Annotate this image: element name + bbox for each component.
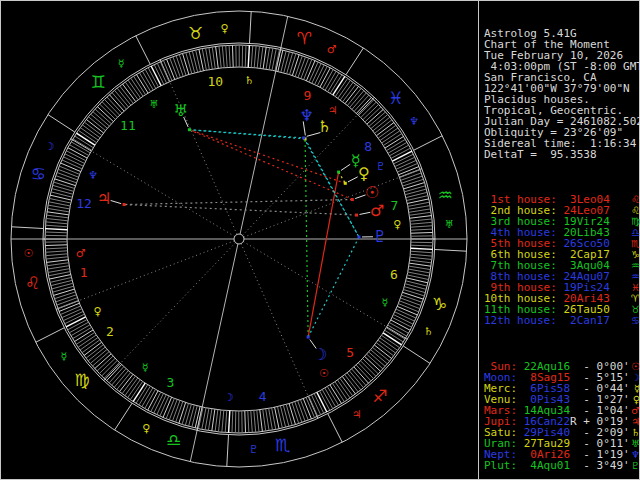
sign-icon: ♈	[631, 293, 640, 304]
planet-velocity: - 3°49'	[577, 459, 630, 472]
sign-icon: ♋	[631, 315, 640, 326]
sign-icon: ♓	[631, 282, 640, 293]
sign-icon: ♒	[631, 260, 640, 271]
house-label: 12th house:	[484, 314, 563, 327]
sign-icon: ♍	[631, 216, 640, 227]
header-text: DeltaT = 95.3538	[484, 148, 597, 161]
astrolog-screen: ♈♂♉♀♊☿♋☽♌☉♍☿♎♀♏♇♐♃♑♄♒♅♓♆1♂2♀3☿4☽5☉6☿7♀8♇…	[0, 0, 640, 480]
chart-header: Astrolog 5.41GChart of the MomentTue Feb…	[484, 28, 638, 160]
planet-icon: ♅	[631, 438, 640, 449]
planet-label: Plut:	[484, 459, 524, 472]
sign-icon: ♏	[631, 238, 640, 249]
retrograde-flag	[570, 459, 577, 472]
sign-icon: ♉	[631, 304, 640, 315]
planet-icon: ♀	[633, 394, 640, 405]
sign-icon: ♑	[631, 249, 640, 260]
info-panel: Astrolog 5.41GChart of the MomentTue Feb…	[484, 6, 638, 480]
sign-icon: ♌	[631, 194, 640, 205]
planet-icon: ♃	[631, 416, 640, 427]
sign-icon: ♒	[631, 271, 640, 282]
planet-icon: ☿	[634, 383, 640, 394]
planet-icon: ♄	[631, 427, 640, 438]
planet-icon: ☉	[631, 361, 640, 372]
planet-icon: ♂	[631, 405, 640, 416]
header-line: DeltaT = 95.3538	[484, 149, 638, 160]
sign-icon: ♌	[631, 205, 640, 216]
planet-icon: ♇	[631, 460, 640, 471]
planet-position-value: 4Aqu01	[524, 459, 570, 472]
planet-row: Plut: 4Aqu01 - 3°49'♇	[484, 460, 638, 471]
planet-position-list: Sun: 22Aqu16 - 0°00'☉Moon: 8Sag15 - 5°15…	[484, 361, 638, 471]
house-row: 12th house: 2Can17♋	[484, 315, 638, 326]
house-cusp-list: 1st house: 3Leo04♌ 2nd house: 24Leo07♌ 3…	[484, 194, 638, 326]
panel-divider	[478, 0, 479, 480]
planet-icon: ☽	[631, 372, 640, 383]
house-cusp-value: 2Can17	[563, 314, 609, 327]
planet-icon: ♆	[631, 449, 640, 460]
sign-icon: ♎	[631, 227, 640, 238]
